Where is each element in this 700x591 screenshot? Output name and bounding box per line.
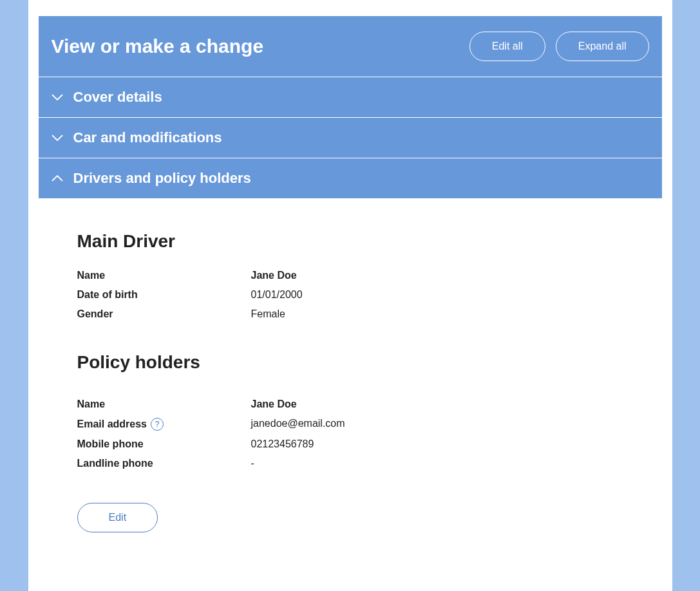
chevron-up-icon xyxy=(52,175,63,182)
policy-holders-section: Policy holders Name Jane Doe Email addre… xyxy=(77,352,623,532)
field-row: Landline phone - xyxy=(77,458,623,469)
accordion-cover-details[interactable]: Cover details xyxy=(39,77,662,117)
landline-label: Landline phone xyxy=(77,458,251,469)
accordion-car-modifications[interactable]: Car and modifications xyxy=(39,118,662,158)
accordion-label: Drivers and policy holders xyxy=(73,170,251,187)
dob-label: Date of birth xyxy=(77,289,251,301)
accordion-drivers-policy-holders[interactable]: Drivers and policy holders xyxy=(39,158,662,198)
chevron-down-icon xyxy=(52,94,63,100)
main-driver-heading: Main Driver xyxy=(77,231,623,252)
accordion-label: Car and modifications xyxy=(73,129,222,146)
expand-all-button[interactable]: Expand all xyxy=(556,32,649,61)
landline-value: - xyxy=(251,458,254,469)
email-label: Email address ? xyxy=(77,418,251,431)
field-row: Gender Female xyxy=(77,308,623,320)
edit-all-button[interactable]: Edit all xyxy=(469,32,545,61)
gender-value: Female xyxy=(251,308,285,320)
gender-label: Gender xyxy=(77,308,251,320)
name-label: Name xyxy=(77,399,251,410)
page-container: View or make a change Edit all Expand al… xyxy=(28,0,672,591)
field-row: Date of birth 01/01/2000 xyxy=(77,289,623,301)
field-row: Name Jane Doe xyxy=(77,399,623,410)
dob-value: 01/01/2000 xyxy=(251,289,303,301)
header-bar: View or make a change Edit all Expand al… xyxy=(39,16,662,77)
name-value: Jane Doe xyxy=(251,399,297,410)
page-title: View or make a change xyxy=(52,35,264,57)
field-row: Email address ? janedoe@email.com xyxy=(77,418,623,431)
email-label-text: Email address xyxy=(77,418,147,430)
policy-holders-heading: Policy holders xyxy=(77,352,623,373)
field-row: Mobile phone 02123456789 xyxy=(77,438,623,450)
details-section: Main Driver Name Jane Doe Date of birth … xyxy=(39,199,662,545)
chevron-down-icon xyxy=(52,135,63,141)
email-value: janedoe@email.com xyxy=(251,418,345,431)
accordion-label: Cover details xyxy=(73,89,162,106)
mobile-value: 02123456789 xyxy=(251,438,314,450)
field-row: Name Jane Doe xyxy=(77,270,623,281)
name-label: Name xyxy=(77,270,251,281)
header-buttons: Edit all Expand all xyxy=(469,32,649,61)
edit-button[interactable]: Edit xyxy=(77,503,158,532)
mobile-label: Mobile phone xyxy=(77,438,251,450)
help-icon[interactable]: ? xyxy=(151,418,164,431)
name-value: Jane Doe xyxy=(251,270,297,281)
